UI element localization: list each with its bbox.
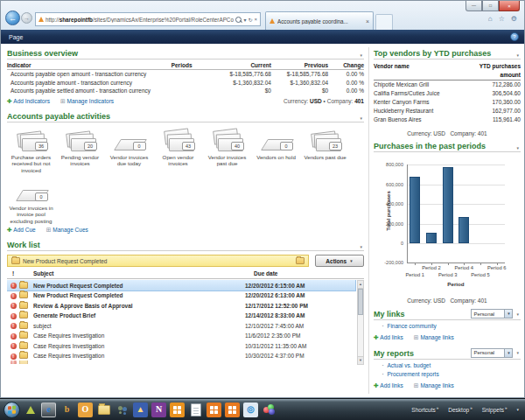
document-icon[interactable] [188,402,203,417]
toolbar-shortcuts[interactable]: Shortcuts» [411,407,438,413]
work-item-row[interactable]: ! [7,360,355,364]
work-item-row[interactable]: !Case Requires Investigation10/31/2012 1… [7,340,355,351]
scroll-up-icon[interactable]: ▲ [358,281,363,289]
contacts-icon[interactable] [115,402,130,417]
bing-icon[interactable]: b [60,402,74,417]
minimize-button[interactable]: — [466,1,482,11]
procurement-reports-link[interactable]: Procurement reports [387,370,438,379]
outlook-icon[interactable]: O [78,402,93,417]
home-icon[interactable]: ⌂ [488,16,493,23]
cue-vendors-on-hold[interactable]: 0Vendors on hold [252,129,300,173]
taskbar-caret-icon[interactable]: ▾ [516,407,519,412]
forward-button[interactable]: → [21,12,32,24]
work-item-row[interactable]: !New Product Request Completed12/20/2012… [7,290,355,301]
cue-vendor-invoices-past-due[interactable]: 40Vendor invoices past due [203,129,251,173]
actual-vs-budget-link[interactable]: Actual vs. budget [387,361,430,370]
left-column: Business overview ▾ Indicator Periods Cu… [7,44,364,365]
work-list-header: Work list ▾ [7,240,364,251]
bar-period-2 [426,233,437,243]
dynamics-ax-icon[interactable] [23,402,38,417]
purchases-chart: 800,000600,000400,000200,0000-200,000Per… [374,158,521,291]
pictures-folder-icon[interactable] [96,402,111,417]
collapse-arrow-icon[interactable]: ▾ [516,312,519,317]
cue-label: Vendor invoices past due [203,154,251,167]
collapse-arrow-icon[interactable]: ▾ [360,244,362,249]
address-bar[interactable]: http://sharepointfb/sites/DynamicsAx/Ent… [35,12,261,26]
stop-icon[interactable]: × [254,17,257,22]
refresh-icon[interactable]: ↻ [248,17,252,23]
favorites-star-icon[interactable]: ☆ [499,16,505,23]
ribbon-tab-page[interactable]: Page [9,34,23,40]
maximize-button[interactable]: □ [482,1,499,11]
cue-open-vendor-invoices[interactable]: 43Open vendor invoices [154,129,202,173]
work-list-filter: New Product Request Completed Actions▼ [7,255,364,267]
add-indicators-link[interactable]: ✚ Add Indicators [7,98,50,105]
add-links-link[interactable]: ✚ Add links [374,334,403,341]
dynamics-client-2-icon[interactable] [225,402,240,417]
folder-icon [19,342,33,350]
collapse-arrow-icon[interactable]: ▾ [516,350,519,355]
close-button[interactable]: × [499,1,520,11]
cue-purchase-orders-received-but-not[interactable]: 36Purchase orders received but not invoi… [7,129,55,173]
my-reports-scope-select[interactable]: Personal▼ [471,348,513,358]
finance-community-link[interactable]: Finance community [387,322,436,331]
manage-links-link[interactable]: ⊞ Manage links [414,334,454,341]
y-tick-label: -200,000 [374,260,403,265]
back-button[interactable]: ← [5,10,20,25]
my-reports-header: My reports Personal▼ ▾ [374,347,521,360]
manage-links-link[interactable]: ⊞ Manage links [414,382,454,389]
scroll-down-icon[interactable]: ▼ [358,356,363,364]
start-button[interactable] [4,402,20,418]
cue-vendor-invoices-due-today[interactable]: 0Vendor invoices due today [105,129,153,173]
help-icon[interactable]: ? [510,32,519,41]
manage-cues-link[interactable]: ⊞ Manage Cues [46,227,88,234]
media-app-icon[interactable]: ◎ [243,402,258,417]
internet-explorer-icon[interactable]: e [41,402,56,417]
work-item-row[interactable]: !subject12/10/2012 7:45:00 AM [7,320,355,331]
collapse-arrow-icon[interactable]: ▾ [516,145,519,150]
browser-tab[interactable]: Accounts payable coordina... × [265,11,374,30]
work-item-row[interactable]: !Case Requires Investigation10/30/2012 4… [7,351,355,361]
activities-cues-row2: 0Vendor invoices in invoice pool excludi… [7,179,364,224]
add-links-link[interactable]: ✚ Add links [374,382,403,389]
tools-gear-icon[interactable]: ⚙ [511,16,517,23]
work-list-filter-bar[interactable]: New Product Request Completed [7,255,309,267]
scroll-thumb[interactable] [358,289,363,315]
cue-vendor-invoices-in-invoice-pool-[interactable]: 0Vendor invoices in invoice pool excludi… [7,179,55,224]
add-cue-link[interactable]: ✚ Add Cue [7,227,36,234]
collapse-arrow-icon[interactable]: ▾ [360,52,362,58]
manage-indicators-link[interactable]: ⊞ Manage Indicators [60,98,114,105]
work-item-row[interactable]: !New Product Request Completed12/20/2012… [7,280,355,290]
col-ytd-amount: YTD purchases amount [466,62,521,80]
collapse-arrow-icon[interactable]: ▾ [360,116,362,121]
work-item-row[interactable]: !Case Requires Investigation11/6/2012 2:… [7,331,355,341]
collapse-arrow-icon[interactable]: ▾ [516,52,519,58]
app-tiles-icon[interactable] [170,402,185,417]
priority-icon: ! [7,360,19,364]
chevron-down-icon: ▼ [349,259,353,263]
photo-viewer-icon[interactable]: ▲ [133,402,148,417]
work-item-row[interactable]: !Generate Product Brief12/14/2012 8:33:0… [7,311,355,321]
toolbar-desktop[interactable]: Desktop» [448,407,472,413]
my-links-scope-select[interactable]: Personal▼ [471,309,513,318]
tab-close-icon[interactable]: × [366,18,369,24]
game-balls-icon[interactable] [262,402,276,417]
search-icon[interactable] [235,17,242,23]
vendor-amount: 115,961.40 [466,116,521,124]
cue-pending-vendor-invoices[interactable]: 20Pending vendor invoices [56,129,104,173]
browser-window: — □ × ← → http://sharepointfb/sites/Dyna… [0,0,525,398]
work-list-scrollbar[interactable]: ▲ ▼ [357,280,364,365]
cue-count: 23 [329,142,342,150]
work-item-due: 10/31/2012 11:35:00 AM [245,343,355,349]
cue-vendors-past-due[interactable]: 23Vendors past due [301,129,349,173]
address-dropdown-icon[interactable]: ▾ [243,17,246,23]
gridline [407,243,505,244]
dynamics-client-icon[interactable] [206,402,221,417]
onenote-icon[interactable]: N [151,402,166,417]
vendor-amount: 306,504.60 [466,89,521,98]
toolbar-snippets[interactable]: Snippets» [482,407,508,413]
new-tab-button[interactable] [375,14,393,30]
actions-button[interactable]: Actions▼ [315,255,364,267]
work-item-row[interactable]: !Review & Approve Basis of Approval12/17… [7,300,355,311]
work-item-subject: Case Requires Investigation [33,343,245,349]
